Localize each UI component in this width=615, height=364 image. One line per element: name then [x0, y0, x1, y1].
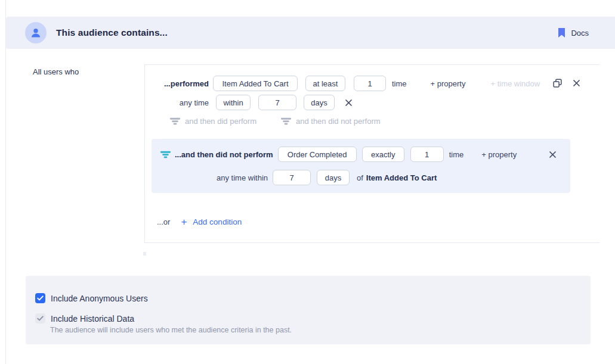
or-row: ...or + Add condition	[157, 217, 242, 227]
subcondition-row-2: any time within days of Item Added To Ca…	[152, 170, 570, 185]
sub-window-label: any time within	[152, 173, 268, 182]
remove-subcondition-button[interactable]	[549, 151, 556, 158]
duplicate-condition-button[interactable]	[553, 79, 562, 88]
condition-row-performed: ...performed Item Added To Cart at least…	[145, 76, 599, 91]
or-label: ...or	[157, 217, 170, 226]
avatar	[25, 22, 47, 43]
page-title: This audience contains...	[56, 27, 168, 38]
next-group-stub	[143, 252, 146, 256]
add-time-window-link[interactable]: + time window	[490, 79, 540, 88]
check-icon	[37, 295, 44, 301]
then-did-not-perform-label: and then did not perform	[296, 117, 381, 126]
condition-group: ...performed Item Added To Cart at least…	[144, 64, 599, 243]
page-left-border	[5, 0, 6, 364]
window-value-input[interactable]	[258, 95, 296, 110]
of-label: of	[357, 173, 363, 182]
anonymous-users-row: Include Anonymous Users	[35, 293, 148, 303]
sub-count-input[interactable]	[410, 147, 444, 162]
sub-operator-select-button[interactable]: exactly	[362, 147, 404, 162]
close-icon	[549, 151, 556, 158]
filter-icon	[281, 117, 291, 125]
docs-link[interactable]: Docs	[558, 28, 589, 38]
condition-row-timewindow: any time within days	[145, 95, 599, 110]
window-unit-button[interactable]: days	[304, 95, 335, 110]
historical-data-description: The audience will include users who met …	[50, 326, 292, 334]
within-select-button[interactable]: within	[216, 95, 251, 110]
performed-label: ...performed	[145, 79, 209, 88]
count-input[interactable]	[354, 76, 386, 91]
anchor-event-label: Item Added To Cart	[366, 173, 437, 182]
user-icon	[30, 27, 42, 39]
anonymous-users-checkbox[interactable]	[35, 293, 45, 303]
settings-panel: Include Anonymous Users Include Historic…	[26, 276, 591, 344]
operator-select-button[interactable]: at least	[305, 76, 345, 91]
audience-header: This audience contains... Docs	[6, 17, 615, 49]
any-time-label: any time	[145, 98, 209, 107]
subcondition-row-1: ...and then did not perform Order Comple…	[160, 147, 570, 162]
sub-window-value-input[interactable]	[273, 170, 311, 185]
remove-time-window-button[interactable]	[345, 99, 352, 106]
add-condition-button[interactable]: Add condition	[193, 217, 242, 226]
then-did-perform-link[interactable]: and then did perform	[170, 117, 256, 126]
all-users-label: All users who	[33, 67, 79, 76]
historical-data-row: Include Historical Data	[35, 313, 134, 323]
audience-builder-page: This audience contains... Docs All users…	[0, 0, 615, 364]
historical-data-label: Include Historical Data	[51, 314, 134, 323]
then-did-not-perform-link[interactable]: and then did not perform	[281, 117, 381, 126]
sub-add-property-link[interactable]: + property	[481, 150, 517, 159]
filter-icon	[170, 117, 180, 125]
historical-data-checkbox[interactable]	[35, 313, 45, 323]
close-icon	[573, 80, 580, 86]
anonymous-users-label: Include Anonymous Users	[51, 294, 148, 303]
copy-icon	[553, 79, 562, 88]
then-links-row: and then did perform and then did not pe…	[170, 116, 381, 126]
docs-label: Docs	[571, 29, 589, 38]
time-unit-label: time	[392, 79, 407, 88]
sub-window-unit-button[interactable]: days	[317, 170, 350, 185]
subcondition-panel: ...and then did not perform Order Comple…	[152, 139, 570, 193]
subcondition-label: ...and then did not perform	[175, 150, 273, 159]
event-select-button[interactable]: Item Added To Cart	[213, 76, 298, 91]
remove-condition-button[interactable]	[573, 80, 580, 86]
then-did-perform-label: and then did perform	[185, 117, 256, 126]
sub-time-unit-label: time	[449, 150, 464, 159]
sub-event-select-button[interactable]: Order Completed	[278, 147, 357, 162]
add-property-link[interactable]: + property	[431, 79, 466, 88]
close-icon	[345, 99, 352, 106]
bookmark-icon	[558, 28, 565, 38]
funnel-filter-icon	[160, 151, 171, 158]
plus-icon: +	[181, 217, 187, 227]
check-icon	[37, 316, 44, 321]
